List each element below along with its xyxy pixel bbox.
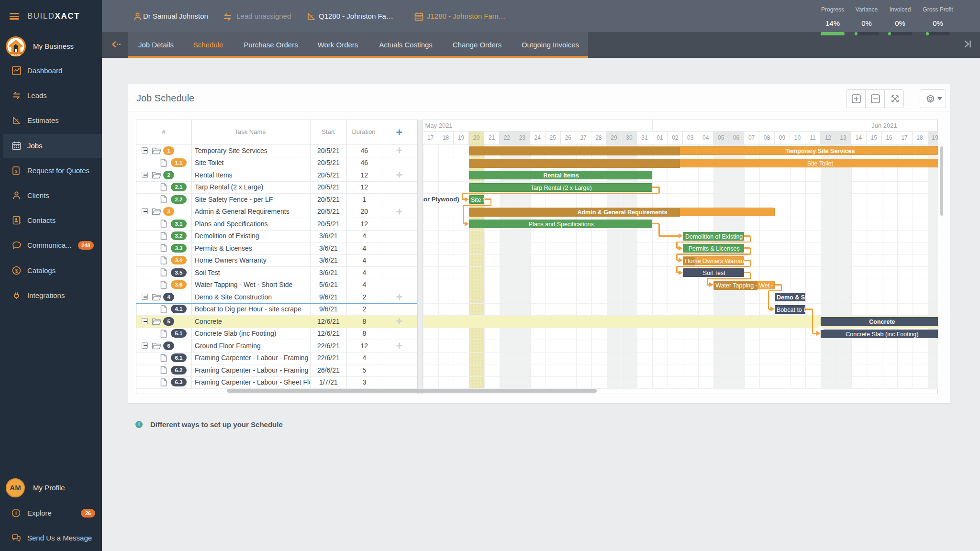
svg-text:CLEAN: CLEAN: [11, 54, 21, 56]
svg-text:$: $: [15, 169, 17, 174]
svg-text:$: $: [15, 268, 18, 274]
